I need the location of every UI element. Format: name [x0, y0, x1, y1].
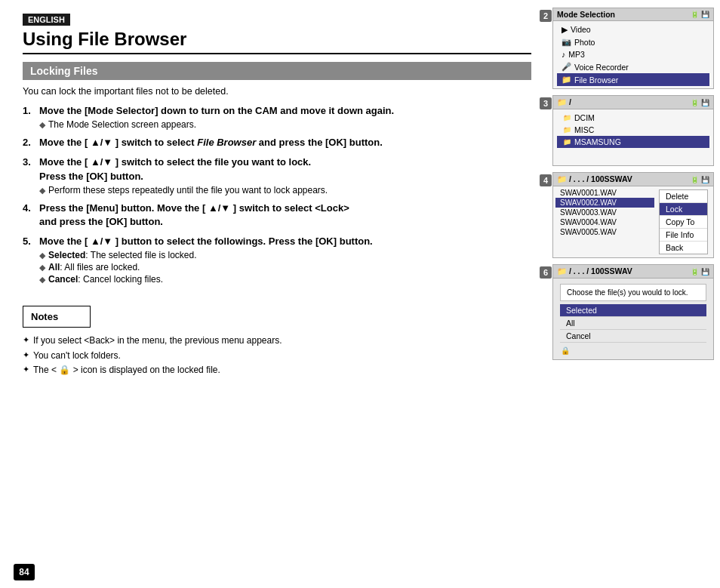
wav-0002: SWAV0002.WAV: [555, 198, 654, 208]
note-bullet: ✦: [23, 349, 29, 362]
menu-delete: Delete: [660, 190, 707, 203]
note-bullet: ✦: [23, 363, 29, 377]
folder-icon: 📁: [562, 75, 571, 85]
step-bullet-5b: ◆ All: All files are locked.: [39, 262, 531, 272]
menu-voice: 🎤 Voice Recorder: [557, 60, 709, 73]
screen-4-icons: 🔋 💾: [691, 176, 709, 183]
step-bullet-3: ◆ Perform these steps repeatedly until t…: [39, 185, 531, 195]
step-5: 5. Move the [ ▲/▼ ] button to select the…: [23, 235, 531, 285]
step-3: 3. Move the [ ▲/▼ ] switch to select the…: [23, 155, 531, 195]
screen-2-icons: 🔋 💾: [691, 11, 709, 18]
menu-mp3: ♪ MP3: [557, 48, 709, 60]
italic-file-browser: File Browser: [197, 137, 256, 148]
page-number: 84: [14, 564, 35, 580]
bullet-text: All: All files are locked.: [48, 262, 140, 272]
screen-4-body: SWAV0001.WAV SWAV0002.WAV SWAV0003.WAV S…: [553, 186, 713, 257]
wav-0001: SWAV0001.WAV: [555, 188, 654, 198]
step-badge-6: 6: [540, 266, 552, 279]
screen-3-title: 📁 /: [557, 97, 571, 107]
note-text-3: The < 🔒 > icon is displayed on the locke…: [33, 363, 220, 377]
step-content-1: Move the [Mode Selector] down to turn on…: [39, 104, 531, 130]
step-num-2: 2.: [23, 136, 39, 148]
step-text-3: Move the [ ▲/▼ ] switch to select the fi…: [39, 155, 531, 183]
screen-3-icons: 🔋 💾: [691, 99, 709, 106]
step-num-5: 5.: [23, 235, 39, 247]
menu-video: ▶ Video: [557, 23, 709, 35]
note-item-3: ✦ The < 🔒 > icon is displayed on the loc…: [23, 363, 531, 377]
screen-6-body: Choose the file(s) you would to lock. Se…: [553, 279, 713, 359]
notes-label: Notes: [23, 306, 91, 328]
music-icon: ♪: [562, 50, 565, 59]
screen-2-title: Mode Selection: [557, 10, 615, 19]
screen-3-header: 📁 / 🔋 💾: [553, 96, 713, 109]
screen-4-header: 📁 / . . . / 100SSWAV 🔋 💾: [553, 173, 713, 186]
camera-icon: 📷: [562, 37, 571, 47]
folder-msamsung: 📁 MSAMSUNG: [557, 136, 709, 148]
step-2: 2. Move the [ ▲/▼ ] switch to select Fil…: [23, 136, 531, 149]
step-num-4: 4.: [23, 202, 39, 214]
step-badge-4: 4: [540, 174, 552, 186]
bullet-text: Cancel: Cancel locking files.: [48, 274, 163, 285]
note-text-1: If you select <Back> in the menu, the pr…: [33, 334, 282, 348]
notes-content: ✦ If you select <Back> in the menu, the …: [23, 334, 531, 377]
wav-list: SWAV0001.WAV SWAV0002.WAV SWAV0003.WAV S…: [555, 188, 654, 256]
option-all: All: [560, 317, 706, 330]
language-badge: ENGLISH: [23, 14, 70, 26]
screen-4: 4 📁 / . . . / 100SSWAV 🔋 💾 SWAV0001.WAV …: [552, 172, 714, 258]
mic-icon: 🎤: [562, 62, 571, 72]
menu-photo: 📷 Photo: [557, 35, 709, 48]
folder-icon-misc: 📁: [563, 126, 571, 134]
step-4: 4. Press the [Menu] button. Move the [ ▲…: [23, 202, 531, 229]
menu-fileinfo: File Info: [660, 229, 707, 242]
step-text-1: Move the [Mode Selector] down to turn on…: [39, 104, 531, 118]
step-bullet-1: ◆ The Mode Selection screen appears.: [39, 119, 531, 130]
screen-4-title: 📁 / . . . / 100SSWAV: [557, 174, 632, 184]
lock-options: Selected All Cancel: [560, 304, 706, 343]
menu-copyto: Copy To: [660, 216, 707, 229]
bullet-arrow: ◆: [39, 263, 45, 272]
step-content-5: Move the [ ▲/▼ ] button to select the fo…: [39, 235, 531, 285]
option-selected: Selected: [560, 304, 706, 317]
screen-6-header: 📁 / . . . / 100SSWAV 🔋 💾: [553, 265, 713, 279]
menu-back: Back: [660, 242, 707, 254]
bullet-arrow: ◆: [39, 120, 45, 130]
note-item-2: ✦ You can't lock folders.: [23, 349, 531, 363]
right-panel: 2 Mode Selection 🔋 💾 ▶ Video 📷 Photo ♪ M…: [546, 0, 720, 588]
step-num-1: 1.: [23, 104, 39, 116]
lock-message: Choose the file(s) you would to lock.: [560, 284, 706, 301]
screen-2-body: ▶ Video 📷 Photo ♪ MP3 🎤 Voice Recorder 📁…: [553, 21, 713, 88]
step-1: 1. Move the [Mode Selector] down to turn…: [23, 104, 531, 130]
wav-0004: SWAV0004.WAV: [555, 217, 654, 227]
note-text-2: You can't lock folders.: [33, 349, 121, 363]
step-text-4: Press the [Menu] button. Move the [ ▲/▼ …: [39, 202, 531, 229]
screen-6-icons: 🔋 💾: [691, 268, 709, 276]
lock-icon-area: 🔒: [557, 344, 709, 357]
video-icon: ▶: [562, 25, 568, 34]
step-bullet-5a: ◆ Selected: The selected file is locked.: [39, 250, 531, 260]
context-menu-4: Delete Lock Copy To File Info Back: [659, 189, 708, 254]
menu-lock: Lock: [660, 203, 707, 216]
step-bullet-5c: ◆ Cancel: Cancel locking files.: [39, 274, 531, 285]
menu-filebrowser: 📁 File Browser: [557, 73, 709, 86]
subtitle-text: You can lock the important files not to …: [23, 86, 531, 97]
wav-0003: SWAV0003.WAV: [555, 208, 654, 217]
option-cancel: Cancel: [560, 330, 706, 343]
wav-0005: SWAV0005.WAV: [555, 227, 654, 237]
lock-icon: 🔒: [561, 346, 570, 355]
page-title: Using File Browser: [23, 29, 531, 54]
step-text-2: Move the [ ▲/▼ ] switch to select File B…: [39, 136, 531, 149]
note-bullet: ✦: [23, 334, 29, 347]
folder-icon-dcim: 📁: [563, 114, 571, 122]
folder-misc: 📁 MISC: [557, 124, 709, 136]
section-header: Locking Files: [23, 62, 531, 80]
screen-3: 3 📁 / 🔋 💾 📁 DCIM 📁 MISC 📁 MSAMSUNG: [552, 95, 714, 166]
step-content-3: Move the [ ▲/▼ ] switch to select the fi…: [39, 155, 531, 195]
note-item-1: ✦ If you select <Back> in the menu, the …: [23, 334, 531, 348]
bullet-text: Selected: The selected file is locked.: [48, 250, 197, 260]
bullet-text: Perform these steps repeatedly until the…: [48, 185, 328, 195]
step-badge-2: 2: [540, 10, 552, 22]
screen-2: 2 Mode Selection 🔋 💾 ▶ Video 📷 Photo ♪ M…: [552, 8, 714, 89]
step-badge-3: 3: [540, 97, 552, 109]
bullet-arrow: ◆: [39, 251, 45, 260]
step-num-3: 3.: [23, 155, 39, 168]
